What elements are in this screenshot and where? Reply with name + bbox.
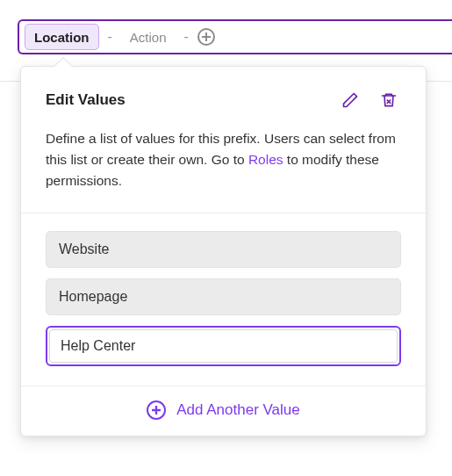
popover-description: Define a list of values for this prefix.… bbox=[21, 112, 426, 213]
plus-icon bbox=[202, 32, 211, 41]
plus-circle-icon bbox=[147, 400, 166, 420]
separator-dash: - bbox=[184, 29, 189, 45]
values-list: Website Homepage bbox=[21, 213, 426, 386]
prefix-rail: Location - Action - bbox=[18, 19, 452, 54]
trash-icon bbox=[380, 90, 398, 110]
edit-values-popover: Edit Values Define a list of values for … bbox=[20, 66, 427, 436]
add-another-value-button[interactable]: Add Another Value bbox=[21, 386, 426, 436]
list-item[interactable]: Homepage bbox=[46, 278, 401, 315]
plus-icon bbox=[152, 406, 161, 415]
popover-header: Edit Values bbox=[21, 67, 426, 112]
prefix-chip-action[interactable]: Action bbox=[121, 24, 176, 50]
separator-dash: - bbox=[108, 29, 112, 45]
value-input-focus-ring bbox=[46, 326, 401, 366]
pencil-icon bbox=[341, 91, 359, 109]
roles-link[interactable]: Roles bbox=[248, 152, 283, 167]
add-another-value-label: Add Another Value bbox=[176, 401, 300, 419]
popover-title: Edit Values bbox=[46, 91, 324, 109]
add-prefix-button[interactable] bbox=[197, 28, 215, 46]
value-input[interactable] bbox=[49, 329, 398, 363]
prefix-chip-location[interactable]: Location bbox=[25, 24, 99, 50]
edit-button[interactable] bbox=[338, 88, 362, 112]
delete-button[interactable] bbox=[377, 88, 401, 112]
list-item[interactable]: Website bbox=[46, 231, 401, 268]
